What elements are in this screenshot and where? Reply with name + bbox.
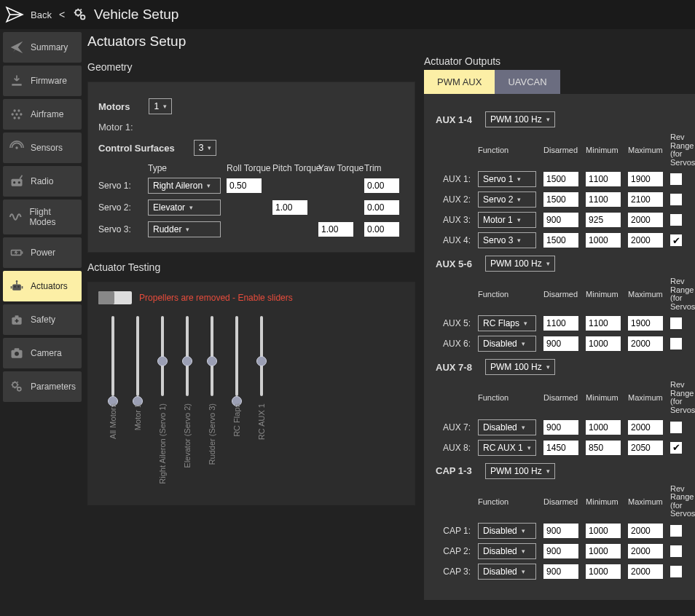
function-select[interactable]: Motor 1	[478, 212, 536, 228]
pwm-rate-select[interactable]: PWM 100 Hz	[485, 111, 555, 127]
sidebar-item-safety[interactable]: Safety	[3, 304, 82, 335]
sidebar-item-parameters[interactable]: Parameters	[3, 371, 82, 402]
sidebar-item-radio[interactable]: Radio	[3, 166, 82, 197]
geometry-panel: Motors 1 Motor 1: Control Surfaces 3 Typ…	[87, 82, 415, 253]
tab-pwm-aux[interactable]: PWM AUX	[424, 70, 495, 94]
disarmed-input[interactable]	[543, 564, 578, 579]
plane-icon	[9, 39, 25, 55]
control-surfaces-count-select[interactable]: 3	[194, 140, 217, 156]
servo-type-select[interactable]: Elevator	[148, 200, 221, 216]
maximum-input[interactable]	[628, 441, 663, 455]
minimum-input[interactable]	[586, 564, 621, 579]
servo-type-select[interactable]: Right Aileron	[148, 178, 221, 194]
trim-input[interactable]	[364, 222, 399, 237]
trim-input[interactable]	[364, 200, 399, 215]
disarmed-input[interactable]	[543, 172, 578, 186]
function-select[interactable]: Disabled	[478, 564, 536, 580]
pitch-input[interactable]	[272, 200, 307, 215]
function-select[interactable]: Servo 1	[478, 171, 536, 187]
minimum-input[interactable]	[586, 544, 621, 558]
sidebar-item-sensors[interactable]: Sensors	[3, 133, 82, 163]
disarmed-input[interactable]	[543, 192, 578, 207]
minimum-input[interactable]	[586, 192, 621, 207]
disarmed-input[interactable]	[543, 233, 578, 248]
maximum-input[interactable]	[628, 524, 663, 538]
pwm-rate-select[interactable]: PWM 100 Hz	[485, 359, 555, 375]
rev-checkbox[interactable]	[670, 545, 682, 557]
maximum-input[interactable]	[628, 420, 663, 435]
function-select[interactable]: Disabled	[478, 419, 536, 435]
function-select[interactable]: RC AUX 1	[478, 440, 536, 456]
maximum-input[interactable]	[628, 544, 663, 558]
minimum-input[interactable]	[586, 213, 621, 227]
maximum-input[interactable]	[628, 564, 663, 579]
minimum-input[interactable]	[586, 336, 621, 351]
back-link[interactable]: Back	[31, 9, 52, 20]
roll-input[interactable]	[227, 178, 262, 193]
sidebar-item-flight-modes[interactable]: Flight Modes	[3, 200, 82, 234]
sidebar-item-firmware[interactable]: Firmware	[3, 66, 82, 96]
sidebar-item-camera[interactable]: Camera	[3, 338, 82, 368]
servo-type-select[interactable]: Rudder	[148, 221, 221, 237]
disarmed-input[interactable]	[543, 420, 578, 435]
output-header: FunctionDisarmedMinimumMaximumRev Range(…	[436, 133, 692, 167]
minimum-input[interactable]	[586, 172, 621, 186]
disarmed-input[interactable]	[543, 544, 578, 558]
function-select[interactable]: Disabled	[478, 523, 536, 539]
sidebar-item-label: Radio	[31, 176, 53, 186]
output-tabs: PWM AUXUAVCAN	[424, 70, 695, 94]
disarmed-input[interactable]	[543, 524, 578, 538]
sidebar-item-airframe[interactable]: Airframe	[3, 99, 82, 130]
motors-count-select[interactable]: 1	[149, 98, 172, 114]
function-select[interactable]: Servo 3	[478, 232, 536, 248]
trim-input[interactable]	[364, 178, 399, 193]
rev-checkbox[interactable]	[670, 566, 682, 577]
maximum-input[interactable]	[628, 233, 663, 248]
rev-checkbox[interactable]	[670, 234, 682, 246]
maximum-input[interactable]	[628, 316, 663, 331]
disarmed-input[interactable]	[543, 213, 578, 227]
disarmed-input[interactable]	[543, 441, 578, 455]
minimum-input[interactable]	[586, 524, 621, 538]
servo-label: Servo 2:	[98, 202, 142, 213]
test-slider[interactable]: Motor 1	[133, 316, 142, 484]
disarmed-input[interactable]	[543, 316, 578, 331]
rev-checkbox[interactable]	[670, 338, 682, 350]
minimum-input[interactable]	[586, 420, 621, 435]
function-select[interactable]: Disabled	[478, 543, 536, 559]
enable-sliders-toggle[interactable]	[98, 291, 132, 304]
test-slider[interactable]: RC AUX 1	[257, 316, 266, 484]
maximum-input[interactable]	[628, 172, 663, 186]
rev-checkbox[interactable]	[670, 422, 682, 433]
rev-checkbox[interactable]	[670, 194, 682, 205]
test-slider[interactable]: Elevator (Servo 2)	[183, 316, 192, 484]
function-select[interactable]: Servo 2	[478, 191, 536, 208]
function-select[interactable]: RC Flaps	[478, 315, 536, 331]
yaw-input[interactable]	[318, 222, 353, 237]
maximum-input[interactable]	[628, 192, 663, 207]
sidebar-item-summary[interactable]: Summary	[3, 32, 82, 63]
test-slider[interactable]: RC Flaps	[232, 316, 241, 484]
rev-checkbox[interactable]	[670, 317, 682, 329]
minimum-input[interactable]	[586, 441, 621, 455]
maximum-input[interactable]	[628, 213, 663, 227]
pwm-rate-select[interactable]: PWM 100 Hz	[485, 463, 555, 479]
test-slider[interactable]: Right Aileron (Servo 1)	[158, 316, 167, 484]
rev-checkbox[interactable]	[670, 214, 682, 226]
slider-label: Elevator (Servo 2)	[183, 403, 192, 468]
tab-uavcan[interactable]: UAVCAN	[495, 70, 559, 94]
test-slider[interactable]: All Motors	[109, 316, 117, 484]
sidebar-item-actuators[interactable]: Actuators	[3, 271, 82, 301]
disarmed-input[interactable]	[543, 336, 578, 351]
maximum-input[interactable]	[628, 336, 663, 351]
sidebar-item-power[interactable]: Power	[3, 237, 82, 268]
minimum-input[interactable]	[586, 233, 621, 248]
function-select[interactable]: Disabled	[478, 336, 536, 352]
output-label: CAP 3:	[436, 566, 471, 577]
rev-checkbox[interactable]	[670, 173, 682, 185]
test-slider[interactable]: Rudder (Servo 3)	[208, 316, 216, 484]
rev-checkbox[interactable]	[670, 442, 682, 454]
rev-checkbox[interactable]	[670, 525, 682, 537]
minimum-input[interactable]	[586, 316, 621, 331]
pwm-rate-select[interactable]: PWM 100 Hz	[485, 256, 555, 272]
